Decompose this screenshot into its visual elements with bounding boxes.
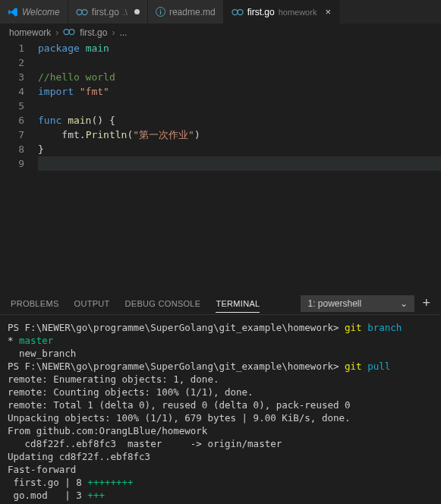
modified-icon — [134, 9, 140, 14]
code-body[interactable]: package main //hello worldimport "fmt" f… — [38, 41, 441, 171]
tab-0[interactable]: Welcome — [0, 0, 68, 24]
terminal-line: Updating cd8f22f..ebf8fc3 — [8, 450, 433, 463]
tab-debug-console[interactable]: DEBUG CONSOLE — [125, 299, 201, 308]
terminal-line: From github.com:OrangLBlue/homework — [8, 424, 433, 437]
go-icon — [76, 8, 88, 17]
svg-point-0 — [77, 9, 82, 14]
tab-2[interactable]: ireadme.md — [148, 0, 224, 24]
line-number: 4 — [0, 84, 24, 99]
line-number: 7 — [0, 128, 24, 142]
terminal-line: first.go | 8 ++++++++ — [8, 476, 433, 489]
code-line[interactable]: func main() { — [38, 113, 441, 128]
tab-label: readme.md — [169, 7, 216, 17]
line-number: 8 — [0, 142, 24, 156]
terminal-line: PS F:\NEWER\go\programme\SuperGolang\git… — [8, 360, 433, 373]
terminal-dropdown[interactable]: 1: powershell ⌄ — [301, 295, 414, 312]
chevron-right-icon: › — [55, 27, 58, 38]
code-line[interactable]: } — [38, 142, 441, 156]
tab-1[interactable]: first.go.\ — [68, 0, 148, 24]
tab-output[interactable]: OUTPUT — [74, 299, 110, 308]
tab-label: Welcome — [22, 7, 60, 17]
svg-point-5 — [69, 29, 74, 34]
terminal-line: remote: Enumerating objects: 1, done. — [8, 373, 433, 386]
code-line[interactable]: //hello world — [38, 70, 441, 84]
chevron-right-icon: › — [112, 27, 115, 38]
line-number: 6 — [0, 113, 24, 128]
svg-point-1 — [82, 9, 87, 14]
line-number: 2 — [0, 55, 24, 70]
go-icon — [63, 27, 75, 39]
panel-tabs: PROBLEMS OUTPUT DEBUG CONSOLE TERMINAL 1… — [0, 292, 441, 315]
tab-desc: .\ — [123, 8, 128, 17]
code-line[interactable]: fmt.Println("第一次作业") — [38, 128, 441, 142]
vscode-icon — [8, 7, 18, 17]
new-terminal-button[interactable]: + — [422, 295, 430, 311]
code-line[interactable] — [38, 55, 441, 70]
close-icon[interactable]: × — [325, 6, 331, 17]
terminal-line: go.mod | 3 +++ — [8, 489, 433, 502]
svg-point-3 — [238, 9, 243, 14]
line-number: 1 — [0, 41, 24, 55]
code-line[interactable]: package main — [38, 41, 441, 55]
tab-terminal[interactable]: TERMINAL — [216, 299, 260, 313]
tab-label: first.go — [92, 7, 119, 17]
terminal-line: PS F:\NEWER\go\programme\SuperGolang\git… — [8, 321, 433, 334]
terminal-line: Fast-forward — [8, 463, 433, 476]
info-icon: i — [156, 7, 165, 17]
terminal-line: * master — [8, 334, 433, 347]
line-gutter: 123456789 — [0, 41, 38, 171]
tab-desc: homework — [279, 8, 317, 17]
editor-tabs: Welcomefirst.go.\ireadme.mdfirst.gohomew… — [0, 0, 441, 24]
chevron-down-icon: ⌄ — [400, 298, 408, 309]
code-line[interactable] — [38, 156, 441, 171]
code-line[interactable]: import "fmt" — [38, 84, 441, 99]
breadcrumb-folder: homework — [9, 27, 51, 38]
breadcrumb-file: first.go — [80, 27, 107, 38]
line-number: 3 — [0, 70, 24, 84]
breadcrumb-ellipsis: ... — [119, 27, 127, 38]
terminal-output[interactable]: PS F:\NEWER\go\programme\SuperGolang\git… — [0, 315, 441, 504]
tab-label: first.go — [247, 7, 275, 17]
terminal-line: cd8f22f..ebf8fc3 master -> origin/master — [8, 437, 433, 450]
terminal-line: remote: Counting objects: 100% (1/1), do… — [8, 386, 433, 398]
line-number: 9 — [0, 156, 24, 171]
terminal-line: remote: Total 1 (delta 0), reused 0 (del… — [8, 398, 433, 411]
breadcrumb[interactable]: homework › first.go › ... — [0, 24, 441, 41]
code-editor[interactable]: 123456789 package main //hello worldimpo… — [0, 41, 441, 171]
terminal-line: Unpacking objects: 100% (1/1), 679 bytes… — [8, 411, 433, 424]
code-line[interactable] — [38, 99, 441, 113]
line-number: 5 — [0, 99, 24, 113]
terminal-dropdown-label: 1: powershell — [307, 298, 361, 309]
tab-problems[interactable]: PROBLEMS — [11, 299, 59, 308]
go-icon — [232, 8, 244, 17]
svg-point-4 — [64, 29, 69, 34]
tab-3[interactable]: first.gohomework× — [224, 0, 339, 24]
svg-point-2 — [232, 9, 238, 14]
terminal-line: new_branch — [8, 347, 433, 360]
